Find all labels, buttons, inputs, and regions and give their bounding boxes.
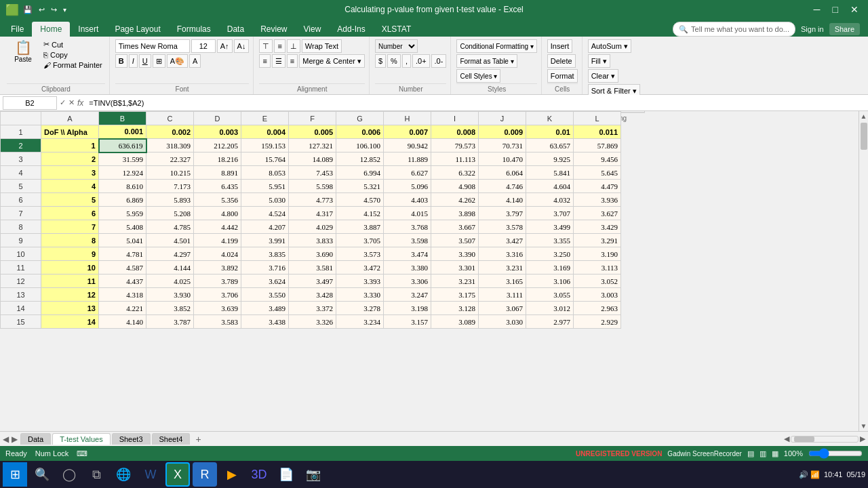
cell-E13[interactable]: 3.550 [241,288,289,302]
cell-K9[interactable]: 3.355 [526,234,574,247]
copy-button[interactable]: ⎘ Copy [41,50,105,60]
tab-addins[interactable]: Add-Ins [329,22,373,37]
col-header-A[interactable]: A [41,112,99,125]
cell-C1[interactable]: 0.002 [146,125,194,139]
cell-K12[interactable]: 3.106 [526,274,574,288]
cell-J1[interactable]: 0.009 [479,125,526,139]
cell-C15[interactable]: 3.787 [146,315,194,329]
scroll-down-arrow[interactable]: ▼ [859,421,868,431]
cell-E6[interactable]: 5.030 [241,193,289,207]
align-right-btn[interactable]: ≡ [287,54,298,68]
cell-E5[interactable]: 5.951 [241,180,289,193]
cell-J15[interactable]: 3.030 [479,315,526,329]
autosum-btn[interactable]: AutoSum ▾ [588,39,631,53]
cell-K8[interactable]: 3.499 [526,220,574,234]
cell-F11[interactable]: 3.581 [289,261,336,274]
cell-G15[interactable]: 3.234 [336,315,384,329]
cell-E10[interactable]: 3.835 [241,247,289,261]
customize-qat-btn[interactable]: ▾ [61,6,68,14]
percent-btn[interactable]: % [387,54,401,68]
cell-J6[interactable]: 4.140 [479,193,526,207]
cell-C6[interactable]: 5.893 [146,193,194,207]
hscroll-thumb[interactable] [794,436,814,442]
cell-E12[interactable]: 3.624 [241,274,289,288]
decrease-font-btn[interactable]: A↓ [234,39,250,53]
cell-D14[interactable]: 3.639 [194,302,241,315]
cell-B13[interactable]: 4.318 [99,288,146,302]
cell-F3[interactable]: 14.089 [289,152,336,166]
cell-C13[interactable]: 3.930 [146,288,194,302]
comma-btn[interactable]: , [402,54,411,68]
cell-K2[interactable]: 63.657 [526,139,574,152]
cell-I11[interactable]: 3.301 [431,261,479,274]
cell-L15[interactable]: 2.929 [574,315,621,329]
cell-H1[interactable]: 0.007 [384,125,431,139]
cell-C7[interactable]: 5.208 [146,207,194,220]
cell-K3[interactable]: 9.925 [526,152,574,166]
cell-G9[interactable]: 3.705 [336,234,384,247]
cell-D15[interactable]: 3.583 [194,315,241,329]
cell-K1[interactable]: 0.01 [526,125,574,139]
col-header-I[interactable]: I [431,112,479,125]
cell-F9[interactable]: 3.833 [289,234,336,247]
cell-L12[interactable]: 3.052 [574,274,621,288]
cell-K6[interactable]: 4.032 [526,193,574,207]
cell-E14[interactable]: 3.489 [241,302,289,315]
cell-C2[interactable]: 318.309 [146,139,194,152]
cell-C5[interactable]: 7.173 [146,180,194,193]
cell-D2[interactable]: 212.205 [194,139,241,152]
format-cells-btn[interactable]: Format [547,69,578,83]
cell-F6[interactable]: 4.773 [289,193,336,207]
hscroll-right[interactable]: ▶ [860,434,865,443]
cell-B10[interactable]: 4.781 [99,247,146,261]
cell-G13[interactable]: 3.330 [336,288,384,302]
cell-I3[interactable]: 11.113 [431,152,479,166]
cell-B1[interactable]: 0.001 [99,125,146,139]
tab-data[interactable]: Data [219,22,252,37]
sheet-tab-sheet4[interactable]: Sheet4 [152,433,191,445]
cell-B11[interactable]: 4.587 [99,261,146,274]
cell-F7[interactable]: 4.317 [289,207,336,220]
row-header-11[interactable]: 11 [1,261,41,274]
cell-L1[interactable]: 0.011 [574,125,621,139]
cell-B9[interactable]: 5.041 [99,234,146,247]
col-header-K[interactable]: K [526,112,574,125]
cell-G4[interactable]: 6.994 [336,166,384,180]
merge-center-btn[interactable]: Merge & Center ▾ [299,54,365,68]
cell-H2[interactable]: 90.942 [384,139,431,152]
cell-E4[interactable]: 8.053 [241,166,289,180]
col-header-L[interactable]: L [574,112,621,125]
tab-formulas[interactable]: Formulas [169,22,219,37]
cell-C9[interactable]: 4.501 [146,234,194,247]
cell-I10[interactable]: 3.390 [431,247,479,261]
cell-J13[interactable]: 3.111 [479,288,526,302]
cell-G14[interactable]: 3.278 [336,302,384,315]
cell-E1[interactable]: 0.004 [241,125,289,139]
cell-D4[interactable]: 8.891 [194,166,241,180]
cell-J11[interactable]: 3.231 [479,261,526,274]
cell-G10[interactable]: 3.573 [336,247,384,261]
cell-L9[interactable]: 3.291 [574,234,621,247]
cell-I13[interactable]: 3.175 [431,288,479,302]
cell-L13[interactable]: 3.003 [574,288,621,302]
cell-G7[interactable]: 4.152 [336,207,384,220]
cell-I12[interactable]: 3.231 [431,274,479,288]
minimize-btn[interactable]: ─ [810,4,825,15]
start-btn[interactable]: ⊞ [3,462,27,487]
grid-scroll-area[interactable]: A B C D E F G H I J K L 1DoF \\ [0,111,859,431]
cell-K5[interactable]: 4.604 [526,180,574,193]
font-name-input[interactable] [115,39,190,53]
col-header-J[interactable]: J [479,112,526,125]
chrome-btn[interactable]: 🌐 [111,462,136,487]
row-header-5[interactable]: 5 [1,180,41,193]
cell-E2[interactable]: 159.153 [241,139,289,152]
cell-F2[interactable]: 127.321 [289,139,336,152]
cell-H12[interactable]: 3.306 [384,274,431,288]
task-view-btn[interactable]: ⧉ [84,462,108,487]
cell-A15[interactable]: 14 [41,315,99,329]
cell-B6[interactable]: 6.869 [99,193,146,207]
align-top-btn[interactable]: ⊤ [259,39,273,53]
cell-K14[interactable]: 3.012 [526,302,574,315]
r-btn[interactable]: R [193,462,217,487]
cell-K15[interactable]: 2.977 [526,315,574,329]
